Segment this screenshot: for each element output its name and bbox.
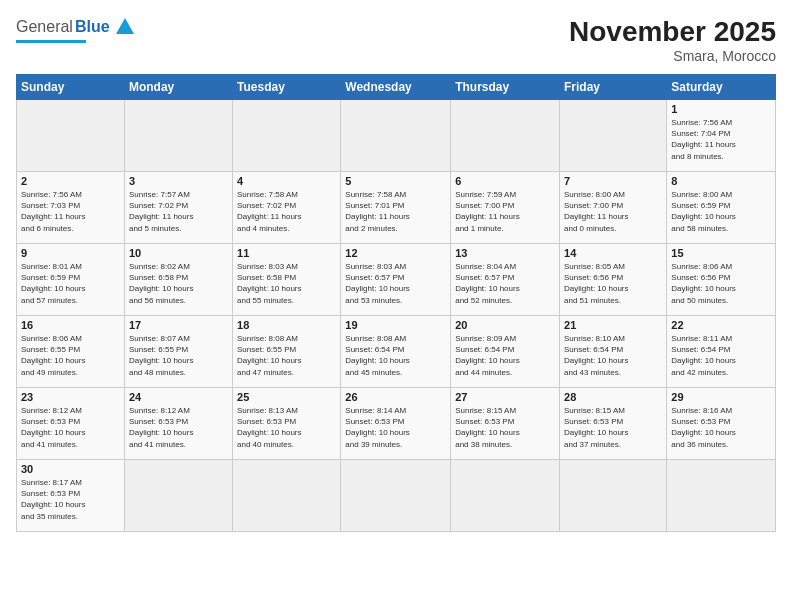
col-thursday: Thursday	[451, 75, 560, 100]
day-number: 21	[564, 319, 662, 331]
day-number: 23	[21, 391, 120, 403]
calendar-cell: 28Sunrise: 8:15 AM Sunset: 6:53 PM Dayli…	[560, 388, 667, 460]
day-number: 3	[129, 175, 228, 187]
logo-bar	[16, 40, 86, 43]
calendar-cell: 30Sunrise: 8:17 AM Sunset: 6:53 PM Dayli…	[17, 460, 125, 532]
day-number: 26	[345, 391, 446, 403]
day-info: Sunrise: 8:01 AM Sunset: 6:59 PM Dayligh…	[21, 261, 120, 306]
calendar-cell: 2Sunrise: 7:56 AM Sunset: 7:03 PM Daylig…	[17, 172, 125, 244]
calendar-cell: 20Sunrise: 8:09 AM Sunset: 6:54 PM Dayli…	[451, 316, 560, 388]
day-info: Sunrise: 8:15 AM Sunset: 6:53 PM Dayligh…	[455, 405, 555, 450]
day-number: 5	[345, 175, 446, 187]
calendar-cell: 5Sunrise: 7:58 AM Sunset: 7:01 PM Daylig…	[341, 172, 451, 244]
calendar-header-row: Sunday Monday Tuesday Wednesday Thursday…	[17, 75, 776, 100]
calendar-cell: 25Sunrise: 8:13 AM Sunset: 6:53 PM Dayli…	[233, 388, 341, 460]
col-tuesday: Tuesday	[233, 75, 341, 100]
day-info: Sunrise: 8:16 AM Sunset: 6:53 PM Dayligh…	[671, 405, 771, 450]
day-number: 11	[237, 247, 336, 259]
title-block: November 2025 Smara, Morocco	[569, 16, 776, 64]
calendar-week-0: 1Sunrise: 7:56 AM Sunset: 7:04 PM Daylig…	[17, 100, 776, 172]
calendar-cell: 21Sunrise: 8:10 AM Sunset: 6:54 PM Dayli…	[560, 316, 667, 388]
calendar-subtitle: Smara, Morocco	[569, 48, 776, 64]
day-info: Sunrise: 8:03 AM Sunset: 6:57 PM Dayligh…	[345, 261, 446, 306]
svg-marker-0	[116, 18, 134, 34]
day-number: 25	[237, 391, 336, 403]
calendar-cell: 12Sunrise: 8:03 AM Sunset: 6:57 PM Dayli…	[341, 244, 451, 316]
day-number: 9	[21, 247, 120, 259]
day-info: Sunrise: 8:06 AM Sunset: 6:56 PM Dayligh…	[671, 261, 771, 306]
day-number: 22	[671, 319, 771, 331]
calendar-week-2: 9Sunrise: 8:01 AM Sunset: 6:59 PM Daylig…	[17, 244, 776, 316]
day-info: Sunrise: 8:08 AM Sunset: 6:54 PM Dayligh…	[345, 333, 446, 378]
col-sunday: Sunday	[17, 75, 125, 100]
calendar-cell: 29Sunrise: 8:16 AM Sunset: 6:53 PM Dayli…	[667, 388, 776, 460]
day-number: 14	[564, 247, 662, 259]
day-info: Sunrise: 8:08 AM Sunset: 6:55 PM Dayligh…	[237, 333, 336, 378]
calendar-cell	[451, 100, 560, 172]
logo: General Blue	[16, 16, 136, 43]
day-info: Sunrise: 8:12 AM Sunset: 6:53 PM Dayligh…	[129, 405, 228, 450]
col-friday: Friday	[560, 75, 667, 100]
col-saturday: Saturday	[667, 75, 776, 100]
col-wednesday: Wednesday	[341, 75, 451, 100]
calendar-cell	[124, 460, 232, 532]
calendar-cell: 8Sunrise: 8:00 AM Sunset: 6:59 PM Daylig…	[667, 172, 776, 244]
calendar-cell: 11Sunrise: 8:03 AM Sunset: 6:58 PM Dayli…	[233, 244, 341, 316]
day-info: Sunrise: 8:09 AM Sunset: 6:54 PM Dayligh…	[455, 333, 555, 378]
calendar-week-1: 2Sunrise: 7:56 AM Sunset: 7:03 PM Daylig…	[17, 172, 776, 244]
calendar-cell	[233, 100, 341, 172]
day-info: Sunrise: 8:03 AM Sunset: 6:58 PM Dayligh…	[237, 261, 336, 306]
calendar-cell: 15Sunrise: 8:06 AM Sunset: 6:56 PM Dayli…	[667, 244, 776, 316]
calendar-cell: 19Sunrise: 8:08 AM Sunset: 6:54 PM Dayli…	[341, 316, 451, 388]
day-info: Sunrise: 7:59 AM Sunset: 7:00 PM Dayligh…	[455, 189, 555, 234]
col-monday: Monday	[124, 75, 232, 100]
calendar-cell: 9Sunrise: 8:01 AM Sunset: 6:59 PM Daylig…	[17, 244, 125, 316]
calendar-cell	[233, 460, 341, 532]
calendar-cell	[560, 100, 667, 172]
logo-blue: Blue	[75, 18, 110, 36]
day-number: 10	[129, 247, 228, 259]
logo-general: General	[16, 18, 73, 36]
calendar-week-5: 30Sunrise: 8:17 AM Sunset: 6:53 PM Dayli…	[17, 460, 776, 532]
day-info: Sunrise: 7:58 AM Sunset: 7:02 PM Dayligh…	[237, 189, 336, 234]
day-number: 19	[345, 319, 446, 331]
page: General Blue November 2025 Smara, Morocc…	[0, 0, 792, 612]
calendar-week-4: 23Sunrise: 8:12 AM Sunset: 6:53 PM Dayli…	[17, 388, 776, 460]
calendar-cell: 13Sunrise: 8:04 AM Sunset: 6:57 PM Dayli…	[451, 244, 560, 316]
calendar-cell: 24Sunrise: 8:12 AM Sunset: 6:53 PM Dayli…	[124, 388, 232, 460]
calendar-cell: 16Sunrise: 8:06 AM Sunset: 6:55 PM Dayli…	[17, 316, 125, 388]
calendar-cell	[17, 100, 125, 172]
day-number: 17	[129, 319, 228, 331]
day-number: 27	[455, 391, 555, 403]
day-number: 6	[455, 175, 555, 187]
day-number: 24	[129, 391, 228, 403]
calendar-cell	[451, 460, 560, 532]
calendar-cell	[560, 460, 667, 532]
day-number: 4	[237, 175, 336, 187]
day-info: Sunrise: 8:05 AM Sunset: 6:56 PM Dayligh…	[564, 261, 662, 306]
calendar-cell: 22Sunrise: 8:11 AM Sunset: 6:54 PM Dayli…	[667, 316, 776, 388]
day-info: Sunrise: 8:14 AM Sunset: 6:53 PM Dayligh…	[345, 405, 446, 450]
calendar-cell: 23Sunrise: 8:12 AM Sunset: 6:53 PM Dayli…	[17, 388, 125, 460]
calendar-cell	[341, 460, 451, 532]
header: General Blue November 2025 Smara, Morocc…	[16, 16, 776, 64]
calendar-table: Sunday Monday Tuesday Wednesday Thursday…	[16, 74, 776, 532]
day-number: 18	[237, 319, 336, 331]
calendar-week-3: 16Sunrise: 8:06 AM Sunset: 6:55 PM Dayli…	[17, 316, 776, 388]
calendar-cell: 27Sunrise: 8:15 AM Sunset: 6:53 PM Dayli…	[451, 388, 560, 460]
day-number: 8	[671, 175, 771, 187]
day-info: Sunrise: 8:06 AM Sunset: 6:55 PM Dayligh…	[21, 333, 120, 378]
day-number: 16	[21, 319, 120, 331]
calendar-cell: 17Sunrise: 8:07 AM Sunset: 6:55 PM Dayli…	[124, 316, 232, 388]
day-info: Sunrise: 8:17 AM Sunset: 6:53 PM Dayligh…	[21, 477, 120, 522]
day-number: 30	[21, 463, 120, 475]
calendar-cell: 26Sunrise: 8:14 AM Sunset: 6:53 PM Dayli…	[341, 388, 451, 460]
calendar-title: November 2025	[569, 16, 776, 48]
calendar-cell: 18Sunrise: 8:08 AM Sunset: 6:55 PM Dayli…	[233, 316, 341, 388]
day-info: Sunrise: 7:57 AM Sunset: 7:02 PM Dayligh…	[129, 189, 228, 234]
calendar-cell	[124, 100, 232, 172]
calendar-cell: 3Sunrise: 7:57 AM Sunset: 7:02 PM Daylig…	[124, 172, 232, 244]
day-info: Sunrise: 8:00 AM Sunset: 6:59 PM Dayligh…	[671, 189, 771, 234]
day-number: 12	[345, 247, 446, 259]
day-number: 29	[671, 391, 771, 403]
